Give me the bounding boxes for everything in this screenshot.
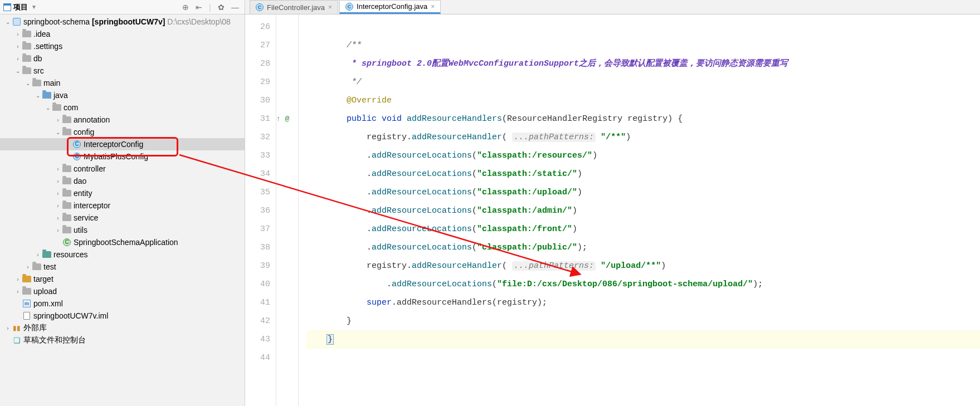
tree-item-label: dao (74, 177, 86, 185)
tree-item-label: .idea (33, 30, 50, 38)
tree-item-resources[interactable]: ›resources (0, 248, 245, 261)
chevron-right-icon[interactable]: › (13, 288, 22, 295)
hide-icon[interactable]: — (229, 3, 241, 12)
module-icon (12, 17, 21, 26)
tree-item-java[interactable]: ⌄java (0, 89, 245, 101)
tree-item-label: com (64, 103, 78, 112)
project-panel-title[interactable]: 项目 (13, 2, 28, 12)
java-class-icon: C (72, 140, 81, 149)
chevron-right-icon[interactable]: › (53, 215, 62, 221)
tree-item-config[interactable]: ⌄config (0, 126, 245, 138)
tree-item-scratch[interactable]: ·❏草稿文件和控制台 (0, 334, 245, 346)
chevron-right-icon[interactable]: › (3, 325, 12, 331)
chevron-right-icon[interactable]: › (53, 178, 62, 184)
project-tree[interactable]: ⌄springboot-schema [springbootUCW7v] D:\… (0, 14, 245, 406)
tree-item-mybatisplusconfig[interactable]: ·CMybatisPlusConfig (0, 150, 245, 163)
tree-item-target[interactable]: ›target (0, 273, 245, 285)
tree-item-label: SpringbootSchemaApplication (74, 238, 178, 247)
chevron-right-icon[interactable]: › (53, 203, 62, 209)
java-class-icon: C (345, 3, 353, 11)
tree-item-label: MybatisPlusConfig (84, 152, 148, 161)
chevron-down-icon[interactable]: ⌄ (3, 19, 12, 25)
folder-icon (22, 54, 31, 63)
chevron-down-icon[interactable]: ⌄ (33, 92, 42, 99)
chevron-right-icon[interactable]: › (53, 117, 62, 123)
tree-item-interceptorconfig[interactable]: ·CInterceptorConfig (0, 138, 245, 150)
tree-item-label: springboot-schema [springbootUCW7v] D:\c… (23, 17, 231, 26)
tree-item-service[interactable]: ›service (0, 212, 245, 224)
chevron-right-icon[interactable]: › (33, 252, 42, 258)
tree-item-com[interactable]: ⌄com (0, 101, 245, 114)
code-area[interactable]: /** * springboot 2.0配置WebMvcConfiguratio… (299, 14, 980, 406)
tree-item-label: src (33, 66, 44, 75)
tree-item-iml[interactable]: ·springbootUCW7v.iml (0, 310, 245, 322)
tree-item-test[interactable]: ›test (0, 261, 245, 273)
tree-item-entity[interactable]: ›entity (0, 187, 245, 199)
tree-item-upload[interactable]: ›upload (0, 285, 245, 297)
folder-icon (22, 42, 31, 51)
tree-item-label: service (74, 213, 98, 222)
folder-icon (22, 66, 31, 75)
chevron-right-icon[interactable]: › (13, 43, 22, 50)
close-icon[interactable]: × (328, 3, 332, 11)
tree-item-label: target (33, 275, 53, 283)
override-gutter-icon[interactable]: ↑ @ (276, 110, 298, 128)
chevron-right-icon[interactable]: › (13, 276, 22, 282)
tree-item-interceptor[interactable]: ›interceptor (0, 199, 245, 212)
tree-item-label: controller (74, 164, 106, 173)
chevron-down-icon[interactable]: ⌄ (13, 68, 22, 74)
resources-folder-icon (42, 250, 51, 259)
tree-item-label: utils (74, 226, 87, 234)
chevron-right-icon[interactable]: › (13, 31, 22, 37)
gear-icon[interactable]: ✿ (216, 3, 227, 12)
chevron-down-icon[interactable]: ⌄ (53, 129, 62, 135)
chevron-down-icon[interactable]: ▼ (31, 4, 37, 10)
tree-item-settings[interactable]: ›.settings (0, 40, 245, 52)
tree-item-controller[interactable]: ›controller (0, 163, 245, 175)
tree-item-root[interactable]: ⌄springboot-schema [springbootUCW7v] D:\… (0, 16, 245, 28)
tree-item-db[interactable]: ›db (0, 52, 245, 65)
tree-item-label: springbootUCW7v.iml (33, 311, 108, 320)
editor-tab[interactable]: CInterceptorConfig.java× (339, 0, 441, 14)
tree-item-main[interactable]: ⌄main (0, 77, 245, 89)
folder-icon (62, 128, 71, 136)
tree-item-label: 草稿文件和控制台 (23, 335, 86, 345)
close-icon[interactable]: × (431, 3, 435, 11)
editor-gutter: 26272829303132333435363738394041424344 (245, 14, 276, 406)
target-icon[interactable]: ⊕ (180, 3, 191, 12)
folder-icon (22, 287, 31, 296)
chevron-right-icon[interactable]: › (53, 166, 62, 172)
tree-item-dao[interactable]: ›dao (0, 175, 245, 187)
tree-item-annotation[interactable]: ›annotation (0, 114, 245, 126)
folder-icon (52, 103, 61, 112)
tree-item-extlib[interactable]: ›▮▮外部库 (0, 322, 245, 334)
tree-item-label: pom.xml (33, 299, 63, 308)
tree-item-utils[interactable]: ›utils (0, 224, 245, 236)
tree-item-label: test (43, 262, 56, 271)
tree-item-label: db (33, 54, 42, 63)
folder-icon (62, 213, 71, 222)
folder-icon (62, 226, 71, 234)
tree-item-springapp[interactable]: ·CSpringbootSchemaApplication (0, 236, 245, 248)
folder-icon (62, 201, 71, 210)
tab-label: FileController.java (267, 3, 325, 12)
scratch-icon: ❏ (12, 336, 21, 345)
folder-icon (32, 79, 41, 87)
chevron-right-icon[interactable]: › (23, 264, 32, 270)
chevron-right-icon[interactable]: › (53, 227, 62, 233)
project-panel-header: 项目 ▼ ⊕ ⇤ | ✿ — (0, 0, 245, 14)
chevron-right-icon[interactable]: › (13, 56, 22, 62)
chevron-right-icon[interactable]: › (53, 190, 62, 197)
tree-item-label: resources (53, 250, 87, 259)
divider-icon: | (207, 3, 213, 12)
tree-item-idea[interactable]: ›.idea (0, 28, 245, 40)
tree-item-src[interactable]: ⌄src (0, 65, 245, 77)
editor-pane: CFileController.java×CInterceptorConfig.… (245, 0, 980, 406)
collapse-icon[interactable]: ⇤ (193, 3, 204, 12)
chevron-down-icon[interactable]: ⌄ (43, 105, 52, 111)
editor-tab[interactable]: CFileController.java× (250, 0, 338, 14)
editor-tabbar: CFileController.java×CInterceptorConfig.… (245, 0, 980, 14)
chevron-down-icon[interactable]: ⌄ (23, 80, 32, 86)
tree-item-label: annotation (74, 115, 110, 124)
tree-item-pom[interactable]: ·mpom.xml (0, 297, 245, 310)
